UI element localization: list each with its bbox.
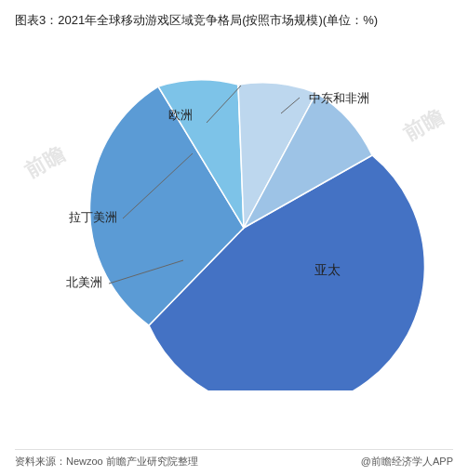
source-text: 资料来源：Newzoo 前瞻产业研究院整理 <box>15 455 198 469</box>
page: 图表3：2021年全球移动游戏区域竞争格局(按照市场规模)(单位：%) 前瞻 前… <box>0 0 468 476</box>
label-latin-america: 拉丁美洲 <box>69 210 117 224</box>
label-asia-pacific: 亚太 <box>314 262 341 277</box>
label-north-america: 北美洲 <box>66 275 102 289</box>
label-middle-east-africa: 中东和非洲 <box>309 91 369 105</box>
chart-area: 前瞻 前瞻 亚太 <box>15 37 453 400</box>
footer: 资料来源：Newzoo 前瞻产业研究院整理 @前瞻经济学人APP <box>15 449 453 469</box>
pie-chart: 亚太 北美洲 拉丁美洲 欧洲 中东和非洲 <box>20 46 448 390</box>
chart-title: 图表3：2021年全球移动游戏区域竞争格局(按照市场规模)(单位：%) <box>15 11 453 30</box>
watermark-text: @前瞻经济学人APP <box>361 455 453 469</box>
label-europe: 欧洲 <box>168 108 193 122</box>
